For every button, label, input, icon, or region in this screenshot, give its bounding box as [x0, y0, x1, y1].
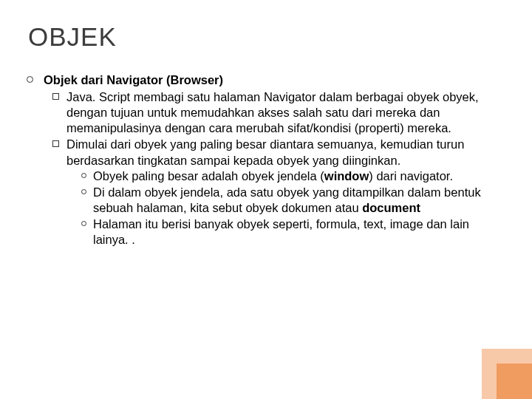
bullet-small-circle-icon [81, 189, 86, 194]
slide-title: OBJEK [28, 22, 497, 52]
level3-text: Halaman itu berisi banyak obyek seperti,… [93, 216, 497, 248]
corner-accent [482, 349, 532, 399]
list-item-level1: Objek dari Navigator (Browser) Java. Scr… [27, 72, 497, 249]
level1-body: Objek dari Navigator (Browser) Java. Scr… [44, 72, 497, 249]
level2-body: Dimulai dari obyek yang paling besar dia… [66, 137, 497, 248]
level1-heading: Objek dari Navigator (Browser) [44, 72, 497, 88]
bullet-small-circle-icon [81, 173, 86, 178]
accent-inner-square [497, 364, 532, 399]
level3-text: Obyek paling besar adalah obyek jendela … [93, 168, 497, 184]
level2-text: Java. Script membagi satu halaman Naviga… [66, 89, 497, 136]
bold-term-document: document [362, 201, 420, 214]
list-item-level3: Halaman itu berisi banyak obyek seperti,… [81, 216, 497, 248]
bullet-small-circle-icon [81, 221, 86, 226]
bullet-circle-icon [27, 76, 33, 83]
text-fragment: ) dari navigator. [369, 169, 453, 183]
level3-text: Di dalam obyek jendela, ada satu obyek y… [93, 185, 497, 216]
bullet-square-icon [52, 140, 59, 147]
slide-content: Objek dari Navigator (Browser) Java. Scr… [27, 72, 497, 249]
text-fragment: Obyek paling besar adalah obyek jendela … [93, 169, 324, 183]
text-fragment: Di dalam obyek jendela, ada satu obyek y… [93, 185, 481, 214]
bold-term-window: window [324, 169, 369, 183]
slide: OBJEK Objek dari Navigator (Browser) Jav… [0, 0, 532, 399]
bullet-square-icon [52, 93, 59, 100]
list-item-level2: Dimulai dari obyek yang paling besar dia… [52, 137, 497, 248]
list-item-level2: Java. Script membagi satu halaman Naviga… [52, 89, 497, 136]
list-item-level3: Obyek paling besar adalah obyek jendela … [81, 168, 497, 184]
list-item-level3: Di dalam obyek jendela, ada satu obyek y… [81, 185, 497, 216]
level2-text: Dimulai dari obyek yang paling besar dia… [66, 137, 497, 168]
